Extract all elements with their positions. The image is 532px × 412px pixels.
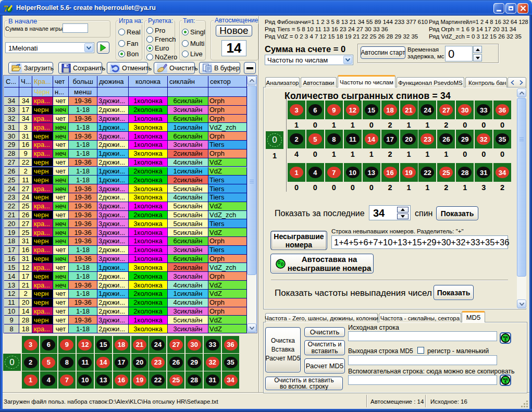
svg-text:5: 5 (504, 338, 506, 342)
svg-text:5: 5 (504, 380, 506, 384)
